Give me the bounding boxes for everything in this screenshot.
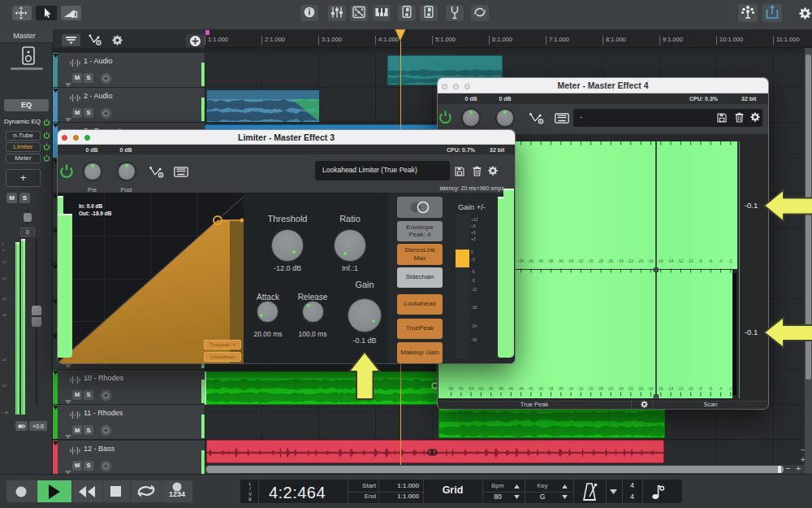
svg-text:-40: -40 [538,258,543,263]
svg-text:-50: -50 [488,386,494,391]
svg-text:-34: -34 [568,386,573,391]
svg-text:-8: -8 [698,386,702,391]
svg-text:-18: -18 [647,386,653,391]
svg-text:-28: -28 [598,258,603,263]
svg-text:-20: -20 [637,258,643,263]
svg-text:-38: -38 [547,386,553,391]
svg-text:-2: -2 [728,258,732,263]
svg-text:-8: -8 [698,258,702,263]
svg-text:-40: -40 [538,386,543,391]
svg-text:-24: -24 [617,386,623,391]
svg-text:-58: -58 [447,386,453,391]
svg-text:-12: -12 [677,258,683,263]
svg-text:-32: -32 [577,386,583,391]
svg-text:-16: -16 [658,258,663,263]
svg-text:-48: -48 [498,386,503,391]
svg-text:-56: -56 [458,386,464,391]
svg-text:-30: -30 [588,386,594,391]
svg-text:-2: -2 [728,386,732,391]
svg-text:-14: -14 [667,386,673,391]
svg-text:-44: -44 [517,386,523,391]
svg-text:-10: -10 [688,258,693,263]
svg-text:-16: -16 [658,386,663,391]
svg-text:-42: -42 [528,258,533,263]
svg-text:-30: -30 [588,258,594,263]
svg-text:-52: -52 [477,386,483,391]
svg-text:-4: -4 [719,258,723,263]
svg-text:-28: -28 [598,386,603,391]
svg-text:-46: -46 [508,386,513,391]
svg-text:-38: -38 [547,258,553,263]
svg-text:-36: -36 [558,386,564,391]
svg-text:-14: -14 [667,258,673,263]
svg-text:-4: -4 [719,386,723,391]
svg-text:-12: -12 [677,386,683,391]
svg-text:-22: -22 [628,386,633,391]
svg-text:-20: -20 [637,386,643,391]
svg-text:-34: -34 [568,258,573,263]
svg-text:-36: -36 [558,258,564,263]
svg-text:-54: -54 [468,386,473,391]
svg-text:-18: -18 [647,258,653,263]
svg-text:-24: -24 [617,258,623,263]
svg-text:-10: -10 [688,386,693,391]
svg-text:-42: -42 [528,386,533,391]
svg-text:-22: -22 [628,258,633,263]
svg-text:-26: -26 [607,386,613,391]
svg-text:-44: -44 [517,258,523,263]
svg-text:-6: -6 [709,258,713,263]
svg-text:-6: -6 [709,386,713,391]
svg-text:-26: -26 [607,258,613,263]
svg-text:-32: -32 [577,258,583,263]
